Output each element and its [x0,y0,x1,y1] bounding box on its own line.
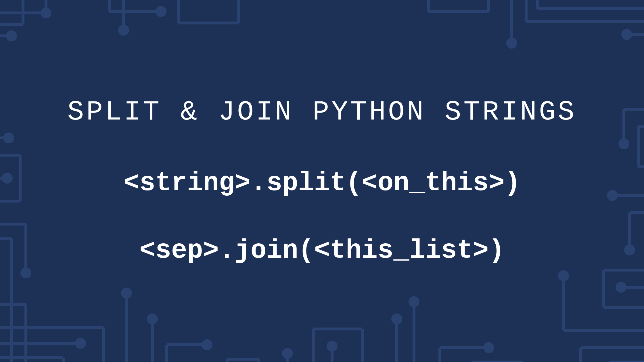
slide-title: SPLIT & JOIN PYTHON STRINGS [67,97,576,128]
content-area: SPLIT & JOIN PYTHON STRINGS <string>.spl… [0,0,644,362]
code-example-split: <string>.split(<on_this>) [124,168,520,198]
code-example-join: <sep>.join(<this_list>) [139,236,505,266]
